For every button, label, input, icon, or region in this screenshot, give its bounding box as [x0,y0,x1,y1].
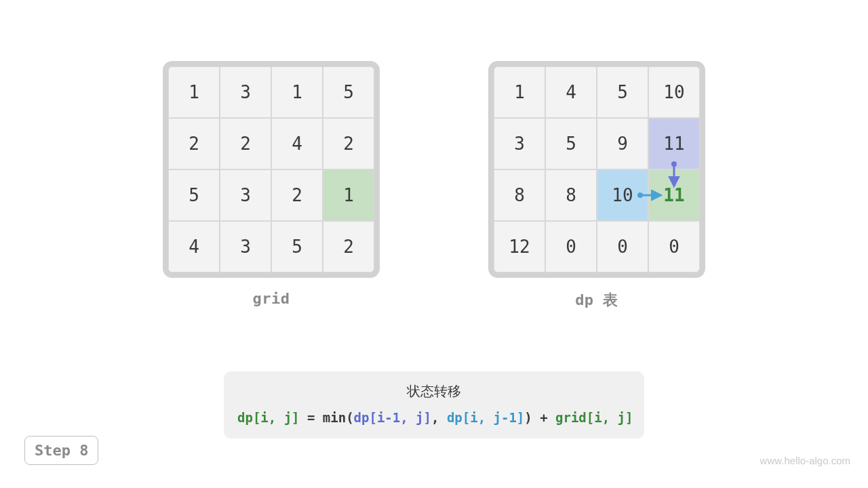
grid-table-cell-r1-c0: 2 [168,118,220,169]
dp-table-cell-r2-c3: 11 [648,169,700,221]
formula-lhs: dp[i, j] [237,410,300,425]
formula-sep: , [431,410,447,425]
formula-code: dp[i, j] = min(dp[i-1, j], dp[i, j-1]) +… [237,410,631,425]
grid-table-cell-r2-c2: 2 [271,169,323,221]
formula-mid: ) + [524,410,555,425]
grid-table-cell-r0-c3: 5 [323,66,374,118]
grid-table-cell-r0-c2: 1 [271,66,323,118]
dp-table-cell-r0-c3: 10 [648,66,700,118]
grid-table-cell-r0-c1: 3 [220,66,271,118]
dp-table-cell-r2-c1: 8 [545,169,597,221]
dp-table-cell-r0-c1: 4 [545,66,597,118]
formula-title: 状态转移 [237,382,631,401]
grid-table-cell-r3-c2: 5 [271,221,323,272]
grid-table-cell-r1-c1: 2 [220,118,271,169]
dp-table-cell-r2-c0: 8 [494,169,545,221]
dp-table-cell-r1-c0: 3 [494,118,545,169]
grid-table-cell-r3-c1: 3 [220,221,271,272]
dp-table-cell-r3-c1: 0 [545,221,597,272]
dp-table-cell-r0-c0: 1 [494,66,545,118]
dp-table-cell-r1-c2: 9 [597,118,648,169]
dp-table-cell-r3-c2: 0 [597,221,648,272]
dp-table-cell-r2-c2: 10 [597,169,648,221]
formula-b: dp[i, j-1] [447,410,524,425]
formula-eq: = min( [300,410,354,425]
grid-table-cell-r1-c3: 2 [323,118,374,169]
step-badge: Step 8 [24,436,98,465]
watermark: www.hello-algo.com [760,455,850,466]
grid-table-cell-r3-c3: 2 [323,221,374,272]
grid-table-cell-r1-c2: 4 [271,118,323,169]
grid-table-cell-r3-c0: 4 [168,221,220,272]
formula-a: dp[i-1, j] [354,410,431,425]
formula-box: 状态转移 dp[i, j] = min(dp[i-1, j], dp[i, j-… [224,371,644,439]
grid-table-wrap: 1315224253214352 grid [163,61,380,310]
dp-table-cell-r3-c0: 12 [494,221,545,272]
grid-label: grid [253,290,290,307]
dp-table: 145103591188101112000 [494,66,700,272]
dp-table-frame: 145103591188101112000 [488,61,705,278]
grid-table-cell-r2-c0: 5 [168,169,220,221]
grid-table-cell-r2-c1: 3 [220,169,271,221]
grid-table-frame: 1315224253214352 [163,61,380,278]
dp-table-wrap: 145103591188101112000 dp 表 [488,61,705,310]
dp-table-cell-r1-c1: 5 [545,118,597,169]
dp-table-cell-r1-c3: 11 [648,118,700,169]
dp-table-cell-r0-c2: 5 [597,66,648,118]
formula-rhs: grid[i, j] [555,410,633,425]
dp-label: dp 表 [575,290,618,310]
grid-table-cell-r2-c3: 1 [323,169,374,221]
grid-table: 1315224253214352 [168,66,374,272]
dp-table-cell-r3-c3: 0 [648,221,700,272]
grid-table-cell-r0-c0: 1 [168,66,220,118]
